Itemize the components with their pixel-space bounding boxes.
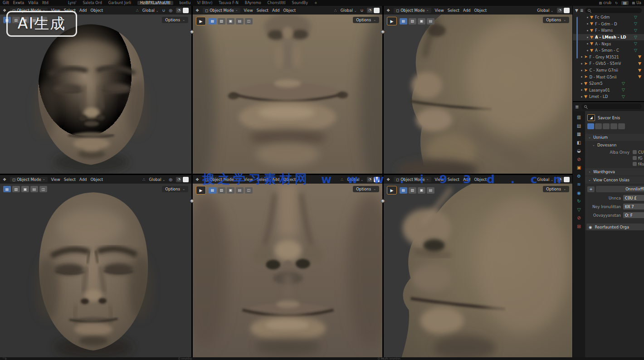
add-menu[interactable]: Add: [79, 177, 87, 182]
slot-icon[interactable]: [603, 123, 610, 129]
checkbox-row[interactable]: CU: [633, 150, 644, 155]
mode-dropdown[interactable]: ◻Object Mode⌄: [10, 177, 47, 182]
field-value[interactable]: C0U £: [623, 195, 644, 201]
workspace-tab[interactable]: V/ Bttnr): [197, 1, 212, 5]
options-dropdown[interactable]: Options⌄: [353, 17, 379, 23]
object-menu[interactable]: Object: [474, 8, 487, 13]
mesh-data-icon[interactable]: ▽: [622, 82, 625, 86]
select-menu[interactable]: Select: [448, 8, 459, 13]
editor-type-icon[interactable]: ❖: [195, 177, 199, 182]
scene-selector[interactable]: ▧ crub: [599, 1, 611, 5]
viewport-canvas[interactable]: ▦ ▧ ▣ ▤ ◫ Options⌄: [0, 15, 191, 174]
section-collapsed[interactable]: ⌄Wanthgova: [585, 168, 644, 175]
mode-toggle-icon[interactable]: ▦: [400, 18, 407, 24]
field-value[interactable]: O: F: [623, 212, 644, 218]
tab-view-layer[interactable]: ▦: [577, 132, 581, 136]
orientation-dropdown[interactable]: Global ⌄: [341, 8, 357, 13]
mode-toggle-icon[interactable]: ▦: [3, 17, 11, 23]
outliner-item[interactable]: ▼A - Smon - C▽: [573, 47, 644, 54]
mode-toggle-icon[interactable]: ▣: [418, 18, 425, 24]
view-layer-selector[interactable]: ▤ Ua: [632, 1, 641, 5]
mode-toggle-icon[interactable]: ◫: [245, 187, 253, 194]
mesh-data-icon[interactable]: ▽: [634, 22, 637, 26]
object-menu[interactable]: Object: [283, 8, 296, 13]
object-menu[interactable]: Object: [283, 177, 296, 182]
viewport-1[interactable]: ❖ ◻Object Mode⌄ View Select Add Object ∴…: [0, 6, 191, 174]
object-name[interactable]: Savcor Enis: [598, 116, 620, 120]
mode-toggle-icon[interactable]: ◫: [39, 186, 47, 192]
mode-toggle-icon[interactable]: ▧: [12, 186, 20, 192]
transform-pivot-icon[interactable]: ∴: [334, 8, 337, 13]
tab-data[interactable]: ▽: [577, 208, 581, 212]
select-menu[interactable]: Select: [257, 8, 268, 13]
orientation-dropdown[interactable]: Global ⌄: [142, 8, 159, 13]
mode-toggle-icon[interactable]: ◫: [245, 18, 253, 24]
mode-toggle-icon[interactable]: ▧: [218, 18, 225, 24]
tab-world[interactable]: ◒: [577, 149, 581, 153]
mode-dropdown[interactable]: ◻Object Mode⌄: [203, 177, 240, 182]
mesh-data-icon[interactable]: ▽: [634, 15, 637, 19]
object-menu[interactable]: Object: [90, 8, 103, 13]
view-menu[interactable]: View: [51, 177, 60, 182]
snap-magnet-icon[interactable]: ∪: [162, 8, 166, 13]
mode-toggle-icon[interactable]: ▤: [427, 18, 434, 24]
viewport-canvas[interactable]: ▶ ▦ ▧ ▣ ▤ Options⌄: [384, 15, 572, 174]
outliner-item-selected[interactable]: ▼A - LMesh - LD▽: [573, 34, 644, 41]
viewport-shading-material-icon[interactable]: [564, 8, 570, 13]
mode-dropdown[interactable]: ◻Object Mode⌄: [10, 8, 47, 13]
viewport-3[interactable]: ❖ ◻Object Mode⌄ View Select Add Object G…: [384, 6, 572, 174]
mode-dropdown[interactable]: ◻Object Mode⌄: [394, 8, 431, 13]
transform-pivot-icon[interactable]: ∴: [136, 8, 139, 13]
mode-toggle-icon[interactable]: ▦: [209, 18, 216, 24]
snap-magnet-icon[interactable]: ∪: [360, 8, 363, 13]
tab-material[interactable]: ⊘: [577, 216, 581, 220]
menu-file[interactable]: Gilt: [3, 1, 9, 5]
options-dropdown[interactable]: Options⌄: [162, 186, 188, 192]
select-menu[interactable]: Select: [64, 8, 76, 13]
mesh-data-icon[interactable]: ▽: [622, 95, 625, 99]
workspace-tab[interactable]: boxtlu: [180, 1, 191, 5]
mode-toggle-icon[interactable]: ▦: [3, 186, 11, 192]
mode-toggle-icon[interactable]: ◫: [39, 17, 47, 23]
view-menu[interactable]: View: [244, 177, 253, 182]
mode-toggle-icon[interactable]: ▦: [209, 187, 216, 194]
viewport-shading-solid-icon[interactable]: ◔: [176, 8, 182, 13]
viewport-shading-solid-icon[interactable]: ◔: [367, 177, 373, 182]
workspace-tab[interactable]: Tasuva F-N: [219, 1, 238, 5]
tab-modifiers[interactable]: ⚙: [577, 174, 581, 179]
tab-render[interactable]: ▥: [577, 115, 581, 120]
viewport-5[interactable]: ❖ ◻Object Mode⌄ View Select Add Object ∴…: [193, 175, 382, 357]
filter-icon[interactable]: ▼: [575, 8, 578, 13]
outliner-item[interactable]: ▼A - Nxps▽: [573, 40, 644, 47]
tab-particles[interactable]: ≋: [577, 182, 581, 187]
mode-toggle-icon[interactable]: ▤: [30, 17, 38, 23]
tab-physics[interactable]: ◉: [577, 191, 581, 195]
viewport-canvas[interactable]: ▶ ▦ ▧ ▣ ▤ ◫ Options⌄: [193, 184, 382, 357]
editor-type-icon[interactable]: ❖: [3, 8, 6, 13]
add-menu[interactable]: Add: [272, 8, 279, 13]
tab-texture[interactable]: ⊞: [577, 224, 581, 229]
mode-toggle-icon[interactable]: ▧: [409, 187, 416, 194]
mode-toggle-icon[interactable]: ▧: [409, 18, 416, 24]
editor-type-icon[interactable]: ❖: [386, 177, 390, 182]
checkbox[interactable]: [633, 156, 637, 160]
select-menu[interactable]: Select: [448, 177, 459, 182]
mode-toggle-icon[interactable]: ▧: [12, 17, 20, 23]
active-object-icon[interactable]: ◢: [587, 114, 595, 121]
toolbar-collapse-handle[interactable]: ◈: [190, 29, 194, 34]
active-tool-button[interactable]: ▶: [196, 186, 206, 195]
view-menu[interactable]: View: [51, 8, 60, 13]
options-dropdown[interactable]: Options⌄: [353, 186, 379, 192]
viewport-shading-material-icon[interactable]: [374, 177, 380, 182]
workspace-tab[interactable]: Lyro': [68, 1, 77, 5]
properties-search-input[interactable]: [581, 104, 642, 109]
viewport-2[interactable]: ❖ ◻Object Mode⌄ View Select Add Object ∴…: [193, 6, 382, 174]
viewport-4[interactable]: ❖ ◻Object Mode⌄ View Select Add Object ∴…: [0, 175, 191, 357]
options-dropdown[interactable]: Options⌄: [543, 17, 569, 23]
viewport-shading-material-icon[interactable]: [374, 8, 380, 13]
outliner-item[interactable]: ➤D - Mast G5nii▼: [573, 73, 644, 80]
mesh-data-icon[interactable]: ▽: [622, 88, 625, 92]
viewport-canvas[interactable]: ▶ ▦ ▧ ▣ ▤ ◫ Options⌄: [193, 15, 382, 174]
viewport-shading-solid-icon[interactable]: ◔: [557, 8, 563, 13]
select-menu[interactable]: Select: [64, 177, 76, 182]
